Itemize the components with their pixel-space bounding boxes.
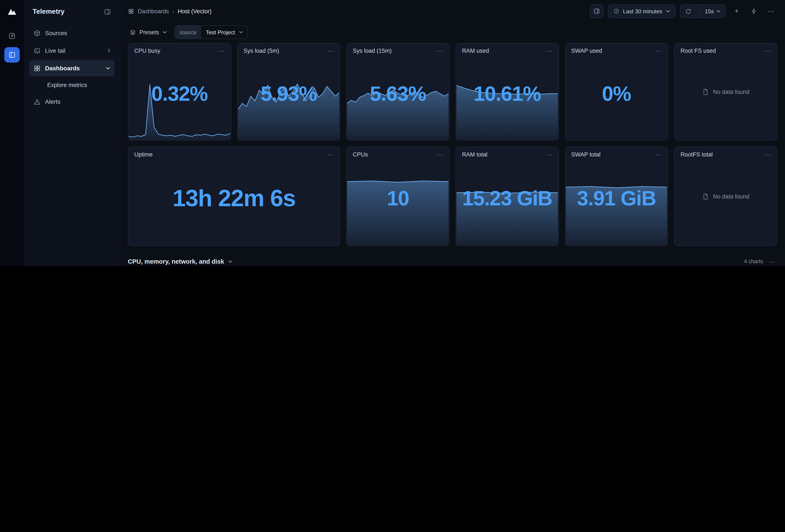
dashboard-content: CPU busy⋯0.32%Sys load (5m)⋯5.93%Sys loa… [120,42,785,266]
icon-rail: R [0,0,24,266]
zap-icon[interactable] [747,5,760,18]
sidebar-item-live-tail[interactable]: Live tail [29,43,115,59]
sidebar: Telemetry Sources Live tail Dashboards E… [24,0,120,266]
card-menu-button[interactable]: ⋯ [763,151,773,158]
card-menu-button[interactable]: ⋯ [435,151,445,158]
card-title: Sys load (5m) [244,48,279,54]
rail-nav [4,28,20,62]
sidebar-item-explore-metrics[interactable]: Explore metrics [29,78,115,92]
stat-row: CPU busy⋯0.32%Sys load (5m)⋯5.93%Sys loa… [128,43,777,141]
stat-value: 10 [347,147,449,246]
card-title: Uptime [134,151,153,158]
collapse-sidebar-icon[interactable] [102,6,113,17]
stat-value: 5.93% [237,43,340,140]
stat-card: RootFS total⋯No data found [674,147,777,246]
stat-value: 15.23 GiB [456,147,558,246]
card-menu-button[interactable]: ⋯ [435,48,445,54]
card-title: CPUs [353,151,368,158]
card-title: Root FS used [681,48,716,54]
stat-value: 0% [565,43,667,140]
time-range-button[interactable]: Last 30 minutes [608,4,676,18]
app-logo-icon[interactable] [6,5,19,18]
sidebar-item-label: Alerts [45,98,60,105]
rail-telemetry-icon[interactable] [4,47,20,62]
chevron-down-icon [716,10,721,12]
card-menu-button[interactable]: ⋯ [654,151,663,158]
breadcrumb-separator: › [173,8,174,15]
card-title: RAM total [462,151,487,158]
card-menu-button[interactable]: ⋯ [763,48,773,54]
card-header: CPUs⋯ [347,147,449,158]
refresh-icon [685,8,691,15]
section-toggle[interactable]: CPU, memory, network, and disk [128,258,232,265]
refresh-interval-button[interactable]: 15s [700,5,725,18]
source-filter[interactable]: source Test Project [175,25,248,39]
sidebar-item-label: Sources [45,30,67,36]
source-filter-value: Test Project [201,29,239,35]
card-header: Sys load (5m)⋯ [237,43,340,54]
card-header: Root FS used⋯ [675,43,777,54]
refresh-control: 15s [680,4,726,18]
card-header: RAM total⋯ [456,147,558,158]
breadcrumb-current: Host (Vector) [178,8,212,15]
stat-card: Sys load (15m)⋯5.63% [346,43,450,141]
live-tail-icon [33,47,41,54]
stat-card: CPU busy⋯0.32% [128,43,231,141]
stat-value: 13h 22m 6s [128,147,340,246]
rail-launch-icon[interactable] [4,28,20,44]
card-header: Sys load (15m)⋯ [347,43,449,54]
refresh-button[interactable] [680,5,696,18]
card-title: CPU busy [134,48,160,54]
sidebar-header: Telemetry [29,0,115,23]
card-menu-button[interactable]: ⋯ [544,48,554,54]
breadcrumb-dashboards-link[interactable]: Dashboards [138,8,169,15]
cube-icon [33,29,41,37]
section-meta: 4 charts⋯ [744,258,777,265]
chevron-down-icon [239,31,243,33]
alert-triangle-icon [33,98,41,105]
dashboard-icon [128,8,134,15]
stat-value: 3.91 GiB [565,147,667,246]
card-title: RAM used [462,48,489,54]
section-title: CPU, memory, network, and disk [128,258,224,265]
card-title: SWAP used [571,48,602,54]
stat-value: 5.63% [347,43,449,140]
dashboards-icon [33,64,41,72]
stat-row: Uptime⋯13h 22m 6sCPUs⋯10RAM total⋯15.23 … [128,147,777,246]
stat-card: SWAP total⋯3.91 GiB [565,147,668,246]
section-chart-count: 4 charts [744,259,763,265]
sidebar-item-alerts[interactable]: Alerts [29,94,115,110]
card-header: RootFS total⋯ [675,147,777,158]
panel-icon [593,8,600,15]
card-header: SWAP used⋯ [565,43,667,54]
card-header: CPU busy⋯ [128,43,231,54]
stat-value: 0.32% [128,43,231,140]
sidebar-item-sources[interactable]: Sources [29,25,115,41]
card-menu-button[interactable]: ⋯ [326,151,336,158]
section-menu-button[interactable]: ⋯ [767,258,777,265]
more-options-button[interactable]: ⋯ [764,5,777,18]
stat-card: RAM total⋯15.23 GiB [456,147,559,246]
section-header: CPU, memory, network, and disk4 charts⋯ [128,252,777,266]
no-data-text: No data found [713,193,750,200]
card-menu-button[interactable]: ⋯ [654,48,663,54]
source-filter-key: source [175,26,201,38]
panel-layout-button[interactable] [590,4,604,18]
card-menu-button[interactable]: ⋯ [544,151,554,158]
card-menu-button[interactable]: ⋯ [326,48,336,54]
add-panel-button[interactable]: + [730,5,743,18]
sidebar-item-dashboards[interactable]: Dashboards [29,60,115,76]
workspace-title: Telemetry [33,8,65,16]
card-title: SWAP total [571,151,601,158]
stat-value: 10.61% [456,43,558,140]
app-window: R Telemetry Sources Live tail [0,0,785,266]
card-title: Sys load (15m) [353,48,392,54]
stat-card: Uptime⋯13h 22m 6s [128,147,340,246]
card-menu-button[interactable]: ⋯ [217,48,226,54]
breadcrumb: Dashboards › Host (Vector) [128,8,211,15]
no-data-message: No data found [675,147,777,246]
card-header: RAM used⋯ [456,43,558,54]
stat-card: RAM used⋯10.61% [456,43,559,141]
clock-icon [614,8,619,14]
presets-button[interactable]: Presets [128,26,169,38]
